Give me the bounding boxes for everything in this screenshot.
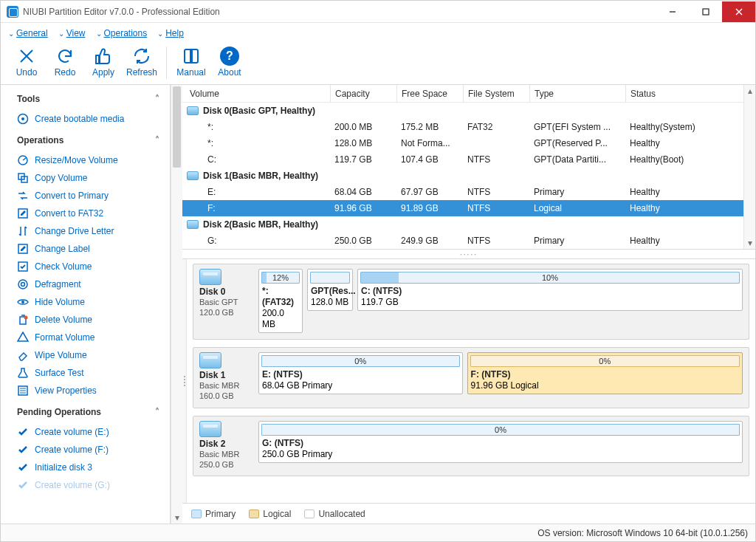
- svg-point-15: [18, 280, 27, 289]
- disc-icon: [17, 113, 29, 125]
- volume-row[interactable]: E:68.04 GB67.97 GBNTFSPrimaryHealthy: [182, 184, 743, 200]
- menu-operations[interactable]: ⌄Operations: [96, 28, 148, 38]
- pending-item[interactable]: Create volume (E:): [1, 423, 170, 441]
- op-convert-fat32[interactable]: Convert to FAT32: [1, 205, 170, 222]
- col-free[interactable]: Free Space: [396, 85, 463, 102]
- resize-icon: [17, 154, 29, 166]
- volume-row-selected[interactable]: F:91.96 GB91.89 GBNTFSLogicalHealthy: [182, 200, 743, 216]
- pending-item[interactable]: Initialize disk 3: [1, 459, 170, 476]
- pending-item[interactable]: Create volume (G:): [1, 476, 170, 494]
- disk-icon: [187, 106, 199, 115]
- col-type[interactable]: Type: [529, 85, 625, 102]
- operations-header[interactable]: Operations˄: [1, 128, 170, 151]
- menu-bar: ⌄General ⌄View ⌄Operations ⌄Help: [1, 23, 755, 44]
- chevron-down-icon: ⌄: [96, 30, 102, 38]
- tools-header[interactable]: Tools˄: [1, 86, 170, 110]
- status-text: OS version: Microsoft Windows 10 64-bit …: [537, 528, 748, 538]
- partition-box-selected[interactable]: 0%F: (NTFS)91.96 GB Logical: [467, 352, 743, 394]
- menu-help[interactable]: ⌄Help: [157, 28, 184, 38]
- legend-primary: Primary: [191, 509, 236, 519]
- about-button[interactable]: ?About: [211, 47, 248, 78]
- sidebar: Tools˄ Create bootable media Operations˄…: [1, 85, 171, 524]
- check-icon: [17, 479, 29, 491]
- pending-header[interactable]: Pending Operations˄: [1, 399, 170, 423]
- col-volume[interactable]: Volume: [182, 85, 330, 102]
- partition-box[interactable]: 10%C: (NTFS)119.7 GB: [357, 269, 743, 311]
- horizontal-splitter[interactable]: ·····: [182, 249, 755, 259]
- disk-card: Disk 2Basic MBR250.0 GB 0%G: (NTFS)250.0…: [193, 416, 749, 477]
- format-icon: [17, 332, 29, 343]
- disk-row[interactable]: Disk 2(Basic MBR, Healthy): [182, 216, 743, 233]
- check-icon: [17, 444, 29, 456]
- disk-row[interactable]: Disk 1(Basic MBR, Healthy): [182, 168, 743, 184]
- menu-general[interactable]: ⌄General: [8, 28, 48, 38]
- disk-icon: [199, 269, 221, 285]
- svg-point-17: [21, 301, 24, 303]
- col-capacity[interactable]: Capacity: [330, 85, 396, 102]
- minimize-button[interactable]: [656, 1, 689, 22]
- op-hide[interactable]: Hide Volume: [1, 293, 170, 311]
- sidebar-scrollbar[interactable]: ▾: [171, 85, 182, 524]
- undo-button[interactable]: Undo: [8, 47, 45, 78]
- col-status[interactable]: Status: [625, 85, 743, 102]
- table-header: Volume Capacity Free Space File System T…: [182, 85, 743, 103]
- op-check[interactable]: Check Volume: [1, 258, 170, 275]
- close-button[interactable]: [722, 1, 755, 22]
- partition-box[interactable]: GPT(Res...128.0 MB: [307, 269, 353, 311]
- op-delete[interactable]: Delete Volume: [1, 311, 170, 329]
- swatch-unallocated: [304, 510, 315, 518]
- list-icon: [17, 385, 29, 397]
- scroll-up-icon[interactable]: ▴: [744, 85, 755, 97]
- undo-icon: [17, 47, 36, 66]
- volume-table: Volume Capacity Free Space File System T…: [182, 85, 743, 249]
- maximize-button[interactable]: [689, 1, 722, 22]
- apply-button[interactable]: Apply: [85, 47, 122, 78]
- disk-map-area: Disk 0Basic GPT120.0 GB 12%*: (FAT32)200…: [187, 259, 755, 503]
- pending-item[interactable]: Create volume (F:): [1, 441, 170, 459]
- disk-card: Disk 1Basic MBR160.0 GB 0%E: (NTFS)68.04…: [193, 347, 749, 408]
- redo-icon: [55, 47, 75, 66]
- partition-box[interactable]: 0%E: (NTFS)68.04 GB Primary: [258, 352, 463, 394]
- disk-icon: [187, 220, 199, 229]
- op-defrag[interactable]: Defragment: [1, 275, 170, 293]
- op-drive-letter[interactable]: Change Drive Letter: [1, 222, 170, 240]
- redo-button[interactable]: Redo: [47, 47, 83, 78]
- refresh-icon: [132, 47, 151, 66]
- op-wipe[interactable]: Wipe Volume: [1, 346, 170, 364]
- scroll-down-icon[interactable]: ▾: [171, 512, 182, 524]
- eye-icon: [17, 296, 29, 308]
- op-convert-primary[interactable]: Convert to Primary: [1, 187, 170, 205]
- disk-row[interactable]: Disk 0(Basic GPT, Healthy): [182, 103, 743, 119]
- op-change-label[interactable]: Change Label: [1, 240, 170, 258]
- svg-point-18: [24, 316, 28, 320]
- partition-box[interactable]: 0%G: (NTFS)250.0 GB Primary: [258, 421, 743, 463]
- sort-icon: [17, 225, 29, 237]
- sidebar-create-bootable[interactable]: Create bootable media: [1, 110, 170, 128]
- manual-button[interactable]: Manual: [173, 47, 210, 78]
- menu-view[interactable]: ⌄View: [58, 28, 86, 38]
- volume-row[interactable]: G:250.0 GB249.9 GBNTFSPrimaryHealthy: [182, 233, 743, 249]
- op-surface-test[interactable]: Surface Test: [1, 364, 170, 382]
- edit-icon: [17, 207, 29, 219]
- window-title: NIUBI Partition Editor v7.0.0 - Professi…: [23, 7, 220, 17]
- partition-box[interactable]: 12%*: (FAT32)200.0 MB: [258, 269, 303, 333]
- volume-row[interactable]: *:128.0 MBNot Forma...GPT(Reserved P...H…: [182, 135, 743, 151]
- check-icon: [17, 261, 29, 272]
- op-copy[interactable]: Copy Volume: [1, 169, 170, 187]
- question-icon: ?: [220, 47, 239, 66]
- volume-row[interactable]: *:200.0 MB175.2 MBFAT32GPT(EFI System ..…: [182, 119, 743, 135]
- op-properties[interactable]: View Properties: [1, 382, 170, 399]
- toolbar: Undo Redo Apply Refresh Manual ?About: [1, 44, 755, 85]
- col-filesystem[interactable]: File System: [463, 85, 529, 102]
- chevron-down-icon: ⌄: [8, 30, 14, 38]
- scrollbar-thumb[interactable]: [173, 86, 181, 168]
- table-scrollbar[interactable]: ▴▾: [743, 85, 755, 249]
- op-format[interactable]: Format Volume: [1, 329, 170, 346]
- scroll-down-icon[interactable]: ▾: [744, 237, 755, 249]
- volume-row[interactable]: C:119.7 GB107.4 GBNTFSGPT(Data Partiti..…: [182, 151, 743, 168]
- op-resize[interactable]: Resize/Move Volume: [1, 151, 170, 169]
- book-icon: [182, 47, 201, 66]
- swatch-primary: [191, 510, 202, 518]
- disk-icon: [187, 171, 199, 180]
- refresh-button[interactable]: Refresh: [123, 47, 160, 78]
